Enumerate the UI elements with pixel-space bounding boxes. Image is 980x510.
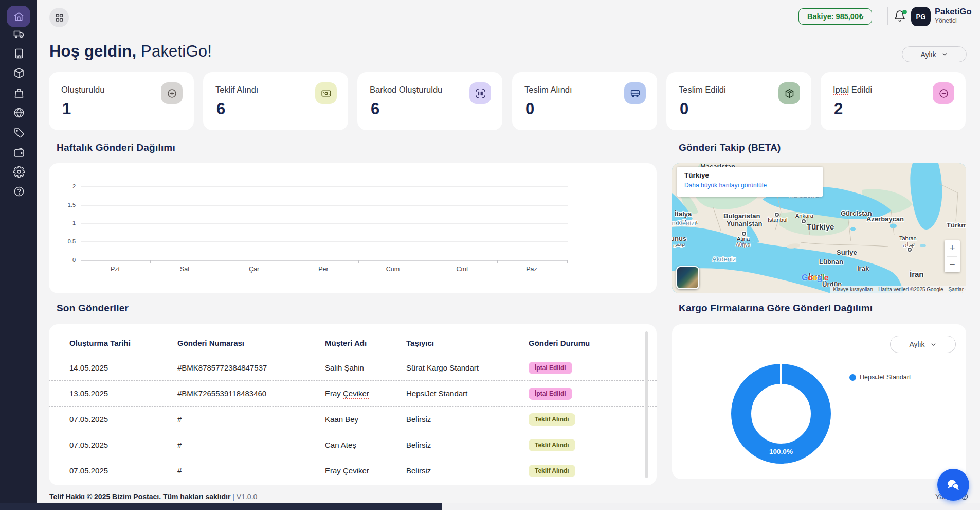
map-label: Bulgaristan [723, 212, 760, 220]
notification-dot [902, 10, 907, 14]
package-icon [13, 67, 25, 79]
cell-customer: Eray Çeviker [325, 389, 406, 398]
map-label: İran [910, 270, 924, 278]
y-tick: 0 [49, 257, 76, 263]
gear-icon [13, 166, 25, 178]
cell-date: 07.05.2025 [69, 441, 177, 449]
chat-support-button[interactable] [937, 469, 969, 501]
page-title: Hoş geldin, PaketiGo! [49, 42, 212, 61]
stat-card-pickup: Teslim Alındı 0 [512, 72, 657, 130]
city-marker [742, 232, 746, 236]
cell-customer: Eray Çeviker [325, 466, 406, 475]
stat-label: Oluşturuldu [61, 85, 104, 95]
cell-number: # [177, 441, 325, 449]
col-header-customer: Müşteri Adı [325, 339, 406, 347]
zoom-out-button[interactable]: − [945, 257, 960, 273]
period-dropdown-value: Aylık [920, 50, 936, 59]
view-larger-map-link[interactable]: Daha büyük haritayı görüntüle [684, 182, 767, 189]
stat-label: Teslim Alındı [524, 85, 572, 95]
recent-shipments-card: Oluşturma Tarihi Gönderi Numarası Müşter… [49, 324, 657, 485]
tick [428, 260, 428, 263]
stat-label: Barkod Oluşturuldu [370, 85, 442, 95]
donut-period-value: Aylık [909, 340, 924, 348]
sidebar-item-tags[interactable] [13, 127, 25, 139]
map-label: Ankara [795, 213, 813, 219]
user-role: Yönetici [935, 17, 957, 24]
cell-date: 13.05.2025 [69, 389, 177, 398]
col-header-number: Gönderi Numarası [177, 339, 325, 347]
status-badge: Teklif Alındı [529, 465, 575, 477]
map-label: Akdeniz [712, 255, 736, 263]
donut-percent-label: 100.0% [750, 448, 812, 455]
sidebar-item-wallet[interactable] [13, 146, 25, 159]
copyright-text: Telif Hakkı © 2025 Bizim Postacı. Tüm ha… [49, 493, 257, 501]
stat-card-created: Oluşturuldu 1 [49, 72, 194, 130]
map-label: Irak [857, 265, 869, 272]
x-tick: Per [303, 266, 344, 273]
table-row: 07.05.2025 # Kaan Bey Belirsiz Teklif Al… [49, 407, 657, 432]
stat-value: 2 [834, 100, 843, 118]
donut-legend[interactable]: HepsiJet Standart [849, 374, 911, 381]
globe-icon [13, 107, 25, 119]
sidebar-item-packages[interactable] [13, 67, 25, 79]
cell-status: İptal Edildi [529, 388, 657, 400]
cell-customer: Salih Şahin [325, 363, 406, 372]
map-zoom-control: + − [945, 240, 960, 272]
stat-label: Teklif Alındı [215, 85, 258, 95]
cell-carrier: HepsiJet Standart [406, 389, 529, 398]
sidebar-item-shipments[interactable] [13, 28, 25, 40]
map-label: İstanbul [768, 217, 788, 223]
x-tick: Paz [511, 266, 552, 273]
keyboard-shortcuts-link[interactable]: Klavye kısayolları [830, 286, 876, 293]
donut-period-dropdown[interactable]: Aylık [890, 336, 956, 353]
cell-status: İptal Edildi [529, 362, 657, 374]
sidebar-item-settings[interactable] [13, 166, 25, 178]
cell-date: 07.05.2025 [69, 415, 177, 424]
apps-grid-button[interactable] [49, 8, 69, 27]
shopping-bag-icon [13, 87, 25, 99]
period-dropdown[interactable]: Aylık [902, 46, 967, 62]
status-badge: İptal Edildi [529, 388, 572, 400]
google-logo[interactable]: Google [802, 273, 828, 283]
stat-card-offer-received: Teklif Alındı 6 [203, 72, 348, 130]
balance-button[interactable]: Bakiye: 985,00₺ [798, 8, 872, 25]
cell-number: #BMK7265539118483460 [177, 389, 325, 398]
satellite-toggle-thumbnail[interactable] [676, 266, 699, 289]
minus-circle-icon [933, 82, 954, 104]
notifications-button[interactable] [894, 10, 907, 23]
gridline [81, 186, 568, 187]
chevron-down-icon [930, 341, 937, 348]
user-name[interactable]: PaketiGo [935, 7, 972, 16]
tick [289, 260, 289, 263]
table-body: 14.05.2025 #BMK8785772384847537 Salih Şa… [49, 355, 657, 478]
truck-icon [624, 82, 646, 104]
carrier-distribution-title: Kargo Firmalarına Göre Gönderi Dağılımı [679, 303, 873, 314]
sidebar-item-orders[interactable] [13, 47, 25, 60]
city-marker [802, 219, 806, 223]
cell-carrier: Belirsiz [406, 466, 529, 475]
cell-date: 07.05.2025 [69, 466, 177, 475]
zoom-in-button[interactable]: + [945, 240, 960, 256]
sidebar-item-home[interactable] [7, 6, 30, 27]
wallet-icon [13, 146, 25, 159]
avatar[interactable]: PG [911, 7, 931, 26]
weekly-chart-title: Haftalık Gönderi Dağılımı [57, 142, 175, 153]
legend-dot-icon [849, 374, 856, 381]
table-row: 13.05.2025 #BMK7265539118483460 Eray Çev… [49, 381, 657, 407]
sidebar-item-store[interactable] [13, 87, 25, 99]
table-scrollbar[interactable] [645, 331, 648, 478]
table-header-row: Oluşturma Tarihi Gönderi Numarası Müşter… [49, 331, 657, 355]
version-label: | V1.0.0 [232, 493, 257, 501]
sidebar-item-help[interactable] [13, 185, 25, 198]
sidebar-item-web[interactable] [13, 107, 25, 119]
horizontal-scrollbar-thumb[interactable] [0, 503, 442, 510]
terms-link[interactable]: Şartlar [946, 286, 966, 293]
map-label: Αθήνα [736, 242, 751, 248]
col-header-carrier: Taşıyıcı [406, 339, 529, 347]
map-embed[interactable]: Macaristan Karadeniz İtalya Roma Bulgari… [672, 163, 966, 293]
chevron-down-icon [941, 51, 948, 58]
map-info-title: Türkiye [684, 171, 815, 179]
x-tick: Çar [233, 266, 275, 273]
gridline [81, 241, 568, 242]
tick [150, 260, 151, 263]
